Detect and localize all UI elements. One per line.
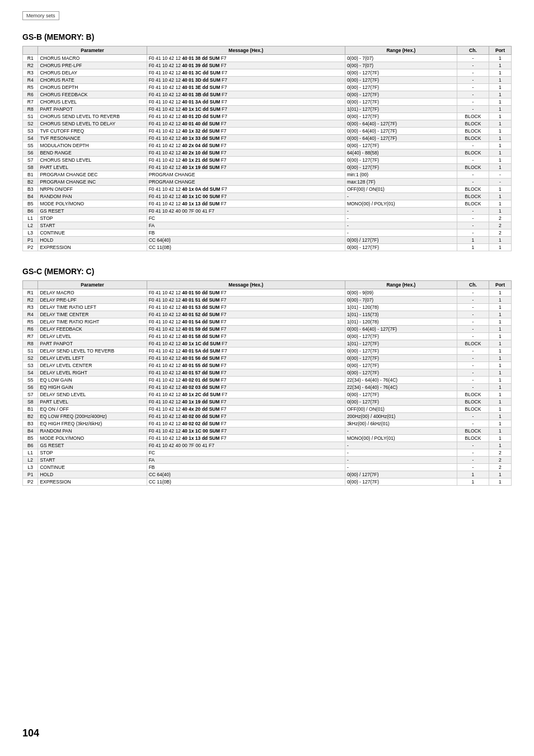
table-row: B4RANDOM PANF0 41 10 42 12 40 1x 1C 00 S… (23, 193, 512, 200)
table-row: R5CHORUS DEPTHF0 41 10 42 12 40 01 3E dd… (23, 84, 512, 91)
table-row: S3DELAY LEVEL CENTERF0 41 10 42 12 40 01… (23, 362, 512, 369)
table-cell: R2 (23, 297, 38, 304)
table-cell: P1 (23, 471, 38, 478)
table-cell: - (457, 318, 489, 326)
table-row: L3CONTINUEFB--2 (23, 229, 512, 237)
table-cell: 0(00) - 127(7F) (345, 84, 457, 91)
table-cell: - (457, 98, 489, 106)
table-cell: 1 (489, 471, 511, 478)
table-cell: EQ HIGH GAIN (38, 384, 147, 391)
table-cell: 1 (489, 398, 511, 406)
table-cell: max:128 (7F) (345, 179, 457, 186)
table-cell: 1(01) - 120(78) (345, 304, 457, 311)
table-cell: - (457, 229, 489, 237)
table-cell: 2 (489, 449, 511, 457)
table-cell: 1 (489, 200, 511, 208)
table-cell: L2 (23, 222, 38, 229)
table-cell: F0 41 10 42 12 40 4x 20 dd SUM F7 (147, 406, 345, 413)
table-cell: - (345, 208, 457, 215)
table-cell: 0(00) - 64(40) - 127(7F) (345, 128, 457, 135)
section-gs-c: GS-C (MEMORY: C)ParameterMessage (Hex.)R… (22, 267, 512, 486)
table-cell: FA (147, 457, 345, 464)
table-cell: BLOCK (457, 391, 489, 398)
col-header-1: Parameter (38, 46, 147, 55)
table-cell: F0 41 10 42 12 40 1x 19 dd SUM F7 (147, 164, 345, 171)
table-cell: BLOCK (457, 135, 489, 142)
table-cell: S3 (23, 362, 38, 369)
table-cell: S3 (23, 128, 38, 135)
table-cell: 1 (489, 113, 511, 120)
table-cell: 1 (489, 428, 511, 435)
table-cell: - (345, 457, 457, 464)
table-cell: R7 (23, 98, 38, 106)
table-row: R4DELAY TIME CENTERF0 41 10 42 12 40 01 … (23, 311, 512, 318)
table-cell: - (457, 55, 489, 62)
table-cell: - (457, 355, 489, 362)
table-cell: B1 (23, 406, 38, 413)
table-row: S2CHORUS SEND LEVEL TO DELAYF0 41 10 42 … (23, 120, 512, 128)
table-cell: 1 (489, 77, 511, 84)
table-row: P2EXPRESSIONCC 11(0B)0(00) - 127(7F)11 (23, 478, 512, 486)
table-cell: 1 (489, 340, 511, 348)
table-cell: R6 (23, 326, 38, 333)
table-cell: min:1 (00) (345, 171, 457, 179)
table-cell: 1 (489, 149, 511, 157)
table-cell: 0(00) - 7(07) (345, 62, 457, 69)
table-cell: - (345, 215, 457, 222)
table-cell: - (457, 157, 489, 164)
table-cell: FB (147, 464, 345, 471)
table-row: L2STARTFA--2 (23, 457, 512, 464)
table-cell: R5 (23, 84, 38, 91)
col-header-3: Range (Hex.) (345, 46, 457, 55)
table-cell: F0 41 10 42 12 40 1x 19 dd SUM F7 (147, 398, 345, 406)
table-row: R6CHORUS FEEDBACKF0 41 10 42 12 40 01 3B… (23, 91, 512, 98)
col-header-3: Range (Hex.) (345, 281, 457, 289)
table-cell: EQ LOW FREQ (200Hz/400Hz) (38, 413, 147, 420)
table-cell: PART LEVEL (38, 398, 147, 406)
table-cell: EXPRESSION (38, 478, 147, 486)
table-cell: 1 (489, 333, 511, 340)
table-cell: R6 (23, 91, 38, 98)
table-cell: L2 (23, 457, 38, 464)
table-cell: R1 (23, 55, 38, 62)
table-cell: 1 (489, 157, 511, 164)
table-cell: CHORUS RATE (38, 77, 147, 84)
table-row: S8PART LEVELF0 41 10 42 12 40 1x 19 dd S… (23, 398, 512, 406)
table-cell: F0 41 10 42 12 40 01 5A dd SUM F7 (147, 348, 345, 355)
table-row: B3EQ HIGH FREQ (3kHz/6kHz)F0 41 10 42 12… (23, 420, 512, 428)
table-cell: F0 41 10 42 12 40 1x 13 dd SUM F7 (147, 200, 345, 208)
table-row: S4DELAY LEVEL RIGHTF0 41 10 42 12 40 01 … (23, 369, 512, 377)
table-row: S3TVF CUTOFF FREQF0 41 10 42 12 40 1x 32… (23, 128, 512, 135)
table-cell: 0(00) - 127(7F) (345, 333, 457, 340)
table-row: B6GS RESETF0 41 10 42 40 00 7F 00 41 F7-… (23, 442, 512, 449)
table-cell: - (457, 348, 489, 355)
table-row: S5MODULATION DEPTHF0 41 10 42 12 40 2x 0… (23, 142, 512, 149)
table-cell: - (457, 62, 489, 69)
table-cell: DELAY LEVEL CENTER (38, 362, 147, 369)
table-cell: CONTINUE (38, 464, 147, 471)
page-label: Memory sets (22, 11, 59, 20)
table-cell: 0(00) - 7(07) (345, 297, 457, 304)
table-cell: S5 (23, 377, 38, 384)
table-cell: 3kHz(00) / 6kHz(01) (345, 420, 457, 428)
table-cell: R8 (23, 340, 38, 348)
table-cell: 200Hz(00) / 400Hz(01) (345, 413, 457, 420)
table-cell: B6 (23, 208, 38, 215)
table-cell: F0 41 10 42 12 40 01 3A dd SUM F7 (147, 98, 345, 106)
table-cell: F0 41 10 42 12 40 01 50 dd SUM F7 (147, 289, 345, 297)
table-cell: - (457, 179, 489, 186)
table-cell: 1 (489, 237, 511, 244)
table-cell: EQ LOW GAIN (38, 377, 147, 384)
table-cell: BLOCK (457, 186, 489, 193)
table-cell: B3 (23, 420, 38, 428)
table-cell: - (457, 222, 489, 229)
table-row: R8PART PANPOTF0 41 10 42 12 40 1x 1C dd … (23, 106, 512, 113)
table-row: B2EQ LOW FREQ (200Hz/400Hz)F0 41 10 42 1… (23, 413, 512, 420)
table-cell: - (457, 289, 489, 297)
table-cell: - (457, 457, 489, 464)
table-row: S6EQ HIGH GAINF0 41 10 42 12 40 02 03 dd… (23, 384, 512, 391)
table-cell: 1 (457, 237, 489, 244)
table-row: L1STOPFC--2 (23, 215, 512, 222)
table-cell: 0(00) - 127(7F) (345, 91, 457, 98)
table-row: R5DELAY TIME RATIO RIGHTF0 41 10 42 12 4… (23, 318, 512, 326)
